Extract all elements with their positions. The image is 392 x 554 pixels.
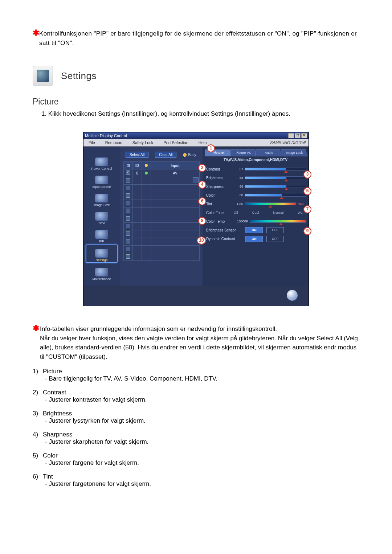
def-item: 4)Sharpness- Justerer skarpheten for val…	[33, 431, 359, 446]
maximize-icon[interactable]: □	[295, 133, 301, 138]
status-dot-icon	[145, 164, 148, 167]
close-icon[interactable]: ×	[301, 133, 307, 138]
section-header: Settings	[33, 66, 359, 86]
contrast-slider[interactable]	[245, 168, 306, 171]
scroll-up-icon[interactable]	[193, 177, 199, 183]
def-item: 3)Brightness- Justerer lysstyrken for va…	[33, 410, 359, 424]
table-row	[124, 208, 200, 215]
nav-time[interactable]: Time	[86, 208, 117, 225]
row-color: Color 60	[205, 191, 306, 200]
table-row	[124, 200, 200, 208]
menu-file[interactable]: File	[83, 140, 100, 145]
col-id: ID	[133, 162, 142, 169]
def-item: 2)Contrast- Justerer kontrasten for valg…	[33, 389, 359, 403]
tab-audio[interactable]: Audio	[256, 149, 282, 156]
colortemp-slider[interactable]	[250, 220, 306, 223]
table-row	[124, 192, 200, 200]
row-brightness: Brightness 68	[205, 173, 306, 182]
callout-8: 8	[198, 217, 206, 225]
left-nav: Power Control Input Source Image Size Ti…	[83, 147, 120, 286]
menu-port-selection[interactable]: Port Selection	[158, 140, 193, 145]
def-item: 1)Picture- Bare tilgjengelig for TV, AV,…	[33, 368, 359, 382]
subsection-title: Picture	[33, 97, 359, 107]
row-checkbox[interactable]	[126, 171, 130, 175]
row-dynamic-contrast: Dynamic Contrast ON OFF	[205, 234, 306, 243]
brand-label: SAMSUNG DIGITall	[265, 140, 309, 145]
row-contrast: Contrast 67	[205, 165, 306, 173]
busy-indicator: Busy	[183, 153, 196, 157]
info-note-text: Info-tabellen viser grunnleggende inform…	[40, 324, 359, 361]
brightness-slider[interactable]	[245, 176, 306, 179]
brightsensor-on[interactable]: ON	[245, 227, 263, 233]
dyncontrast-on[interactable]: ON	[245, 236, 263, 242]
section-title: Settings	[61, 70, 97, 82]
table-row[interactable]: 0 AV	[124, 169, 200, 177]
property-tabs: Picture Picture PC Audio Image Lock	[205, 149, 306, 156]
nav-settings[interactable]: Settings	[86, 245, 118, 263]
select-all-button[interactable]: Select All	[126, 152, 148, 158]
settings-cube-icon	[33, 66, 53, 86]
sharpness-slider[interactable]	[245, 185, 306, 188]
dyncontrast-off[interactable]: OFF	[266, 236, 284, 242]
tab-image-lock[interactable]: Image Lock	[281, 149, 308, 156]
nav-image-size[interactable]: Image Size	[86, 190, 117, 207]
star-icon: ✱	[33, 29, 39, 48]
menu-bar: File Remocon Safety Lock Port Selection …	[83, 139, 309, 147]
nav-power-control[interactable]: Power Control	[86, 154, 117, 171]
callout-6: 6	[198, 197, 206, 205]
nav-pip[interactable]: PIP	[86, 226, 117, 243]
center-panel: Select All Clear All Busy ☑ ID Input	[120, 147, 203, 286]
col-input: Input	[151, 162, 200, 169]
color-slider[interactable]	[245, 194, 306, 197]
sources-line: TV,AV,S-Video,Component,HDMI,DTV	[205, 158, 306, 162]
colortone-normal[interactable]: Normal	[273, 211, 283, 214]
nav-input-source[interactable]: Input Source	[86, 172, 117, 189]
row-input: AV	[151, 169, 200, 177]
callout-7: 7	[303, 205, 311, 213]
time-icon	[95, 212, 108, 221]
menu-safety-lock[interactable]: Safety Lock	[127, 140, 158, 145]
nav-maintenance[interactable]: Maintenance	[86, 264, 117, 281]
callout-9: 9	[303, 227, 311, 235]
callout-1: 1	[207, 144, 215, 152]
menu-help[interactable]: Help	[193, 140, 212, 145]
info-note-row: ✱ Info-tabellen viser grunnleggende info…	[33, 324, 359, 361]
intro-line: 1. Klikk hovedikonet Settings (Innstilli…	[41, 110, 359, 118]
menu-remocon[interactable]: Remocon	[100, 140, 127, 145]
callout-10: 10	[197, 237, 206, 245]
clear-all-button[interactable]: Clear All	[155, 152, 176, 158]
row-sharpness: Sharpness 68	[205, 182, 306, 191]
tab-picture-pc[interactable]: Picture PC	[230, 149, 257, 156]
table-row	[124, 230, 200, 238]
info-orb-icon	[287, 290, 298, 301]
maintenance-icon	[95, 268, 108, 276]
table-row	[124, 238, 200, 246]
table-row	[124, 215, 200, 223]
brightsensor-off[interactable]: OFF	[266, 227, 284, 233]
status-bar	[83, 286, 309, 306]
pip-icon	[95, 230, 108, 239]
colortone-off[interactable]: Off	[234, 211, 238, 214]
table-row	[124, 223, 200, 230]
col-status	[142, 162, 151, 169]
power-icon	[95, 157, 108, 166]
window-title: Multiple Display Control	[85, 134, 287, 138]
table-row	[124, 253, 200, 261]
row-brightness-sensor: Brightness Sensor ON OFF	[205, 226, 306, 234]
top-note-text: Kontrollfunksjonen "PIP" er bare tilgjen…	[39, 29, 359, 48]
tint-slider[interactable]	[245, 202, 296, 205]
busy-led-icon	[183, 153, 187, 157]
row-tint: Tint G50 R50	[205, 200, 306, 208]
callout-3: 3	[303, 171, 311, 178]
star-icon: ✱	[33, 324, 40, 361]
colortone-cool[interactable]: Cool	[252, 211, 259, 214]
row-id: 0	[133, 169, 142, 177]
minimize-icon[interactable]: _	[288, 133, 294, 138]
row-color-temp: Color Temp 10000K	[205, 217, 306, 226]
app-screenshot: Multiple Display Control _ □ × File Remo…	[33, 132, 359, 306]
top-note-row: ✱ Kontrollfunksjonen "PIP" er bare tilgj…	[33, 29, 359, 48]
callout-5: 5	[303, 187, 311, 195]
window-title-bar: Multiple Display Control _ □ ×	[83, 132, 309, 139]
properties-panel: Picture Picture PC Audio Image Lock TV,A…	[203, 147, 309, 286]
table-row	[124, 246, 200, 253]
